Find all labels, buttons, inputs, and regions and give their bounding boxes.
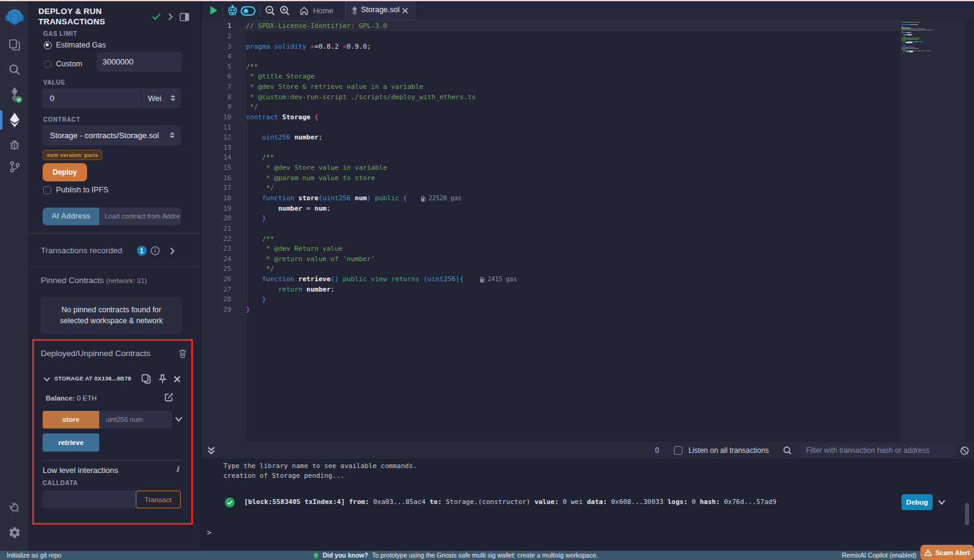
editor-gutter[interactable]: 1234567891011121314151617181920212223242… (201, 20, 246, 443)
code-line[interactable]: /** (246, 234, 274, 245)
line-number[interactable]: 13 (201, 143, 231, 153)
code-line[interactable]: } (246, 305, 250, 315)
line-number[interactable]: 17 (201, 183, 231, 194)
terminal-scrollbar[interactable] (965, 503, 969, 525)
deploy-run-icon[interactable] (0, 110, 29, 130)
code-line[interactable]: */ (246, 102, 258, 113)
value-unit-select[interactable]: Wei (141, 88, 181, 108)
custom-gas-radio[interactable] (44, 60, 52, 68)
file-explorer-icon[interactable] (0, 35, 29, 55)
code-line[interactable]: } (246, 214, 266, 224)
code-line[interactable]: } (246, 295, 266, 305)
line-number[interactable]: 24 (201, 254, 231, 265)
code-line[interactable]: * @title Storage (246, 72, 315, 82)
line-number[interactable]: 2 (201, 32, 231, 42)
code-line[interactable]: * @dev Store & retrieve value in a varia… (246, 82, 423, 93)
run-script-play-icon[interactable] (209, 5, 218, 15)
copilot-toggle-icon[interactable] (240, 6, 256, 16)
line-number[interactable]: 23 (201, 244, 231, 254)
line-number[interactable]: 18 (201, 194, 231, 204)
line-number[interactable]: 5 (201, 62, 231, 72)
line-number[interactable]: 11 (201, 123, 231, 133)
code-line[interactable]: pragma solidity >=0.8.2 <0.9.0; (246, 42, 371, 52)
line-number[interactable]: 15 (201, 163, 231, 173)
code-line[interactable]: * @dev Return value (246, 244, 343, 254)
line-number[interactable]: 14 (201, 153, 231, 163)
instance-collapse-chevron-icon[interactable] (43, 377, 51, 382)
copy-address-icon[interactable] (141, 374, 151, 384)
zoom-out-icon[interactable] (265, 5, 275, 16)
code-line[interactable]: * @return value of 'number' (246, 254, 375, 265)
gas-estimate-hint[interactable]: 2415 gas (480, 275, 517, 285)
log-expand-chevron-icon[interactable] (937, 499, 946, 506)
deploy-button[interactable]: Deploy (43, 163, 87, 181)
line-number[interactable]: 16 (201, 173, 231, 184)
line-number[interactable]: 25 (201, 264, 231, 275)
code-editor[interactable]: 1234567891011121314151617181920212223242… (201, 20, 974, 443)
line-number[interactable]: 7 (201, 82, 231, 93)
store-args-input[interactable]: uint256 num (99, 411, 172, 429)
line-number[interactable]: 21 (201, 224, 231, 234)
calldata-input[interactable] (43, 491, 136, 508)
line-number[interactable]: 9 (201, 102, 231, 113)
edit-balance-icon[interactable] (164, 393, 173, 402)
transaction-log[interactable]: [block:5583405 txIndex:4] from: 0xa03...… (244, 498, 776, 506)
remove-instance-icon[interactable] (173, 376, 181, 383)
value-input[interactable]: 0 (43, 88, 141, 108)
plugin-manager-icon[interactable] (0, 497, 29, 518)
line-number[interactable]: 27 (201, 285, 231, 295)
code-line[interactable]: uint256 number; (246, 133, 323, 143)
line-number[interactable]: 29 (201, 305, 231, 315)
code-line[interactable]: * @dev Store value in variable (246, 163, 387, 173)
pin-panel-chevron-icon[interactable] (167, 13, 173, 21)
store-expand-chevron-icon[interactable] (175, 416, 183, 422)
solidity-compiler-icon[interactable] (0, 85, 29, 105)
transactions-expand-chevron-icon[interactable] (169, 247, 175, 255)
tab-home[interactable]: Home (295, 1, 338, 20)
zoom-in-icon[interactable] (279, 5, 290, 16)
code-line[interactable]: number = num; (246, 204, 331, 214)
at-address-input[interactable]: Load contract from Addre (99, 208, 181, 226)
line-number[interactable]: 4 (201, 52, 231, 62)
editor-minimap[interactable] (900, 20, 965, 443)
code-line[interactable]: /** (246, 153, 274, 163)
transact-button[interactable]: Transact (136, 491, 181, 508)
line-number[interactable]: 1 (201, 21, 231, 32)
line-number[interactable]: 26 (201, 275, 231, 285)
terminal-prompt[interactable]: > (207, 528, 211, 537)
instance-header[interactable]: STORAGE AT 0X136...8B78 (54, 375, 131, 382)
code-line[interactable]: * @param num value to store (246, 173, 375, 184)
contract-select[interactable]: Storage - contracts/Storage.sol (43, 125, 181, 145)
store-button[interactable]: store (43, 411, 99, 429)
code-line[interactable]: function retrieve() public view returns … (246, 275, 464, 285)
line-number[interactable]: 19 (201, 204, 231, 214)
line-number[interactable]: 8 (201, 93, 231, 103)
tab-close-icon[interactable] (402, 7, 408, 14)
listen-all-checkbox[interactable] (674, 446, 682, 455)
filter-input[interactable]: Filter with transaction hash or address (800, 443, 956, 458)
settings-icon[interactable] (0, 522, 29, 543)
line-number[interactable]: 20 (201, 214, 231, 224)
info-icon[interactable] (150, 246, 160, 256)
line-number[interactable]: 3 (201, 42, 231, 52)
copilot-status[interactable]: RemixAI Copilot (enabled) (842, 551, 917, 560)
line-number[interactable]: 12 (201, 133, 231, 143)
estimated-gas-radio[interactable] (44, 41, 52, 49)
terminal-search-icon[interactable] (783, 446, 792, 455)
ai-assistant-robot-icon[interactable] (227, 5, 238, 16)
gas-estimate-hint[interactable]: 22520 gas (421, 194, 461, 204)
pin-icon[interactable] (158, 374, 167, 384)
line-number[interactable]: 10 (201, 113, 231, 123)
scam-alert-button[interactable]: Scam Alert (920, 545, 974, 560)
clear-console-icon[interactable] (960, 446, 969, 455)
remix-logo[interactable] (0, 5, 29, 29)
code-line[interactable]: */ (246, 264, 274, 275)
line-number[interactable]: 22 (201, 234, 231, 245)
code-line[interactable]: // SPDX-License-Identifier: GPL-3.0 (246, 21, 387, 32)
expand-terminal-icon[interactable] (207, 446, 215, 455)
debugger-icon[interactable] (0, 134, 29, 155)
custom-gas-input[interactable]: 3000000 (97, 52, 181, 72)
debug-button[interactable]: Debug (902, 494, 933, 510)
lowlevel-info-icon[interactable]: i (176, 464, 179, 474)
git-icon[interactable] (0, 156, 29, 177)
